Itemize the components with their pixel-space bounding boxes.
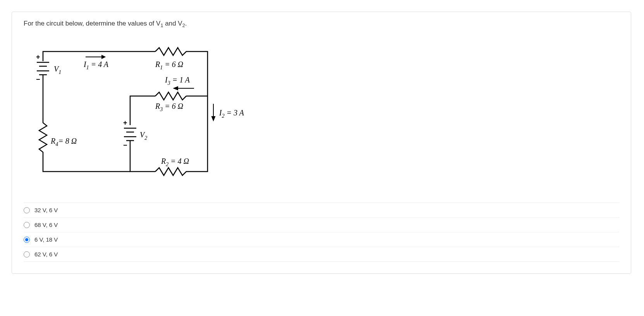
- v1-plus: +: [36, 53, 40, 61]
- question-mid: and V: [163, 20, 182, 27]
- answer-options: 32 V, 6 V 68 V, 6 V 6 V, 18 V 62 V, 6 V: [24, 203, 619, 262]
- v1-minus: −: [36, 76, 40, 83]
- r2-label: R2 = 4 Ω: [161, 157, 189, 167]
- circuit-diagram: + − V1 + − V2 I1 = 4 A R1 = 6 Ω: [27, 40, 619, 187]
- v2-minus: −: [123, 141, 127, 149]
- radio-icon-selected: [24, 237, 30, 243]
- question-sub2: 2: [182, 22, 185, 28]
- option-4-label: 62 V, 6 V: [34, 251, 58, 258]
- radio-icon: [24, 207, 30, 213]
- i1-label: I1 = 4 A: [83, 60, 109, 70]
- option-4[interactable]: 62 V, 6 V: [24, 247, 619, 262]
- i3-label: I3 = 1 A: [165, 76, 190, 86]
- option-3[interactable]: 6 V, 18 V: [24, 232, 619, 247]
- option-1[interactable]: 32 V, 6 V: [24, 203, 619, 217]
- svg-marker-15: [212, 117, 215, 120]
- i2-label: I2 = 3 A: [219, 108, 244, 119]
- r4-label: R4= 8 Ω: [50, 137, 77, 147]
- v2-plus: +: [123, 119, 127, 127]
- radio-icon: [24, 222, 30, 228]
- option-1-label: 32 V, 6 V: [34, 207, 58, 213]
- option-2[interactable]: 68 V, 6 V: [24, 217, 619, 232]
- v1-label: V1: [54, 65, 61, 75]
- svg-marker-13: [174, 87, 178, 90]
- r3-label: R3 = 6 Ω: [155, 102, 183, 112]
- option-2-label: 68 V, 6 V: [34, 222, 58, 228]
- r1-label: R1 = 6 Ω: [155, 60, 183, 70]
- v2-label: V2: [140, 131, 147, 141]
- radio-icon: [24, 251, 30, 258]
- question-sub1: 1: [160, 22, 163, 28]
- circuit-svg: + − V1 + − V2 I1 = 4 A R1 = 6 Ω: [27, 40, 252, 187]
- question-container: For the circuit below, determine the val…: [12, 12, 631, 274]
- question-text: For the circuit below, determine the val…: [24, 20, 619, 28]
- svg-marker-11: [102, 55, 105, 58]
- question-prefix: For the circuit below, determine the val…: [24, 20, 160, 27]
- question-suffix: .: [185, 20, 187, 27]
- option-3-label: 6 V, 18 V: [34, 236, 58, 243]
